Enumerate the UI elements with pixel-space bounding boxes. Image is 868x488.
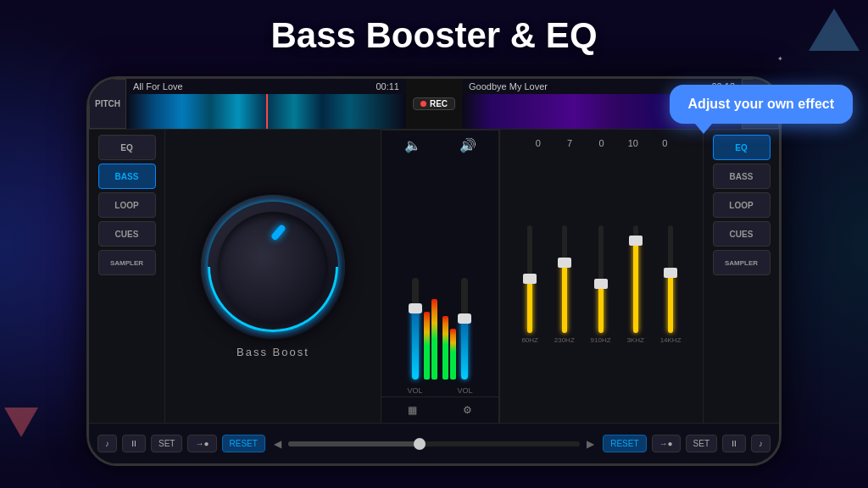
rec-indicator bbox=[420, 101, 426, 107]
callout-text: Adjust your own effect bbox=[688, 97, 834, 111]
music-right-button[interactable]: ♪ bbox=[751, 435, 771, 452]
right-eq-button[interactable]: EQ bbox=[713, 135, 771, 160]
rec-label: REC bbox=[430, 99, 448, 108]
pitch-left-button[interactable]: PITCH bbox=[89, 79, 126, 129]
eq-freq-2: 910HZ bbox=[591, 336, 611, 344]
eq-fill-3 bbox=[633, 241, 638, 333]
eq-thumb-0[interactable] bbox=[523, 274, 537, 284]
volume-section: 🔈 🔊 bbox=[381, 130, 499, 423]
left-waveform[interactable] bbox=[126, 94, 406, 129]
bass-knob-container bbox=[201, 195, 345, 339]
left-vol-slider-wrap bbox=[412, 278, 419, 380]
eq-freq-3: 3KHZ bbox=[626, 336, 643, 344]
left-track-section: All For Love 00:11 bbox=[126, 79, 406, 129]
transport-right: RESET →● SET ⏸ ♪ bbox=[603, 435, 771, 452]
reset-left-button[interactable]: RESET bbox=[222, 435, 265, 452]
settings-button[interactable]: ⚙ bbox=[456, 401, 479, 419]
eq-thumb-3[interactable] bbox=[629, 236, 643, 246]
eq-thumb-4[interactable] bbox=[664, 268, 677, 278]
right-cues-button[interactable]: CUES bbox=[713, 221, 771, 247]
reset-right-button[interactable]: RESET bbox=[603, 435, 646, 452]
arrow-right-button[interactable]: →● bbox=[652, 435, 681, 452]
transport-bar: ♪ ⏸ SET →● RESET ◀ ▶ RESET bbox=[89, 423, 779, 463]
progress-thumb[interactable] bbox=[414, 438, 426, 450]
right-vol-track[interactable] bbox=[461, 278, 468, 380]
left-cues-button[interactable]: CUES bbox=[98, 221, 156, 247]
pause-left-button[interactable]: ⏸ bbox=[122, 435, 146, 452]
vu-sliders-area bbox=[381, 160, 498, 385]
eq-fill-4 bbox=[668, 274, 673, 333]
eq-fill-0 bbox=[527, 280, 532, 334]
left-track-time: 00:11 bbox=[376, 81, 399, 92]
right-track-name: Goodbye My Lover bbox=[469, 81, 548, 92]
phone-frame: PITCH All For Love 00:11 REC bbox=[86, 76, 782, 466]
set-left-button[interactable]: SET bbox=[151, 435, 182, 452]
transport-left: ♪ ⏸ SET →● RESET bbox=[97, 435, 265, 452]
pause-right-icon: ⏸ bbox=[730, 439, 738, 448]
prev-button[interactable]: ◀ bbox=[274, 438, 281, 450]
right-vol-slider-wrap bbox=[461, 278, 468, 380]
left-loop-button[interactable]: LOOP bbox=[98, 192, 156, 218]
right-bass-button[interactable]: BASS bbox=[713, 164, 771, 189]
left-eq-button[interactable]: EQ bbox=[98, 135, 156, 160]
eq-slider-60hz: 60HZ bbox=[521, 225, 538, 344]
left-sampler-button[interactable]: SAMPLER bbox=[98, 250, 156, 275]
eq-freq-1: 230HZ bbox=[554, 336, 575, 344]
eq-slider-230hz: 230HZ bbox=[554, 225, 575, 344]
rec-section: REC bbox=[406, 79, 462, 129]
eq-slider-910hz: 910HZ bbox=[591, 225, 611, 344]
main-content: EQ BASS LOOP CUES SAMPLER Bass Boost bbox=[89, 130, 779, 423]
eq-fill-1 bbox=[562, 263, 567, 333]
bass-knob[interactable] bbox=[201, 195, 345, 339]
eq-values-row: 0 7 0 10 0 bbox=[505, 136, 698, 150]
eq-slider-14khz: 14KHZ bbox=[660, 225, 682, 344]
right-vol-thumb[interactable] bbox=[458, 313, 471, 324]
left-panel: EQ BASS LOOP CUES SAMPLER bbox=[89, 130, 165, 423]
right-panel: EQ BASS LOOP CUES SAMPLER bbox=[703, 130, 779, 423]
left-track-info: All For Love 00:11 bbox=[126, 79, 406, 94]
vol-up-right-button[interactable]: 🔊 bbox=[453, 134, 483, 157]
eq-val-2: 0 bbox=[586, 138, 616, 148]
next-button[interactable]: ▶ bbox=[587, 438, 594, 450]
eq-thumb-1[interactable] bbox=[558, 258, 571, 268]
right-sampler-button[interactable]: SAMPLER bbox=[713, 250, 771, 275]
left-track-name: All For Love bbox=[133, 81, 183, 92]
vu-bar-2 bbox=[431, 299, 437, 380]
eq-val-4: 0 bbox=[649, 138, 680, 148]
vu-meters-right bbox=[442, 278, 456, 380]
vol-left-label: VOL bbox=[407, 386, 422, 395]
eq-val-1: 7 bbox=[554, 138, 585, 148]
eq-panel: 0 7 0 10 0 60HZ bbox=[499, 130, 703, 423]
transport-center: ◀ ▶ bbox=[265, 438, 603, 450]
eq-slider-3khz: 3KHZ bbox=[626, 225, 643, 344]
left-vol-fill bbox=[412, 308, 419, 380]
eq-thumb-2[interactable] bbox=[594, 279, 608, 289]
rec-button[interactable]: REC bbox=[413, 97, 455, 110]
knob-marker bbox=[270, 224, 287, 241]
callout-bubble: Adjust your own effect bbox=[670, 85, 853, 124]
vu-bar-3 bbox=[442, 316, 448, 380]
vol-down-left-button[interactable]: 🔈 bbox=[398, 134, 428, 157]
music-left-button[interactable]: ♪ bbox=[97, 435, 117, 452]
progress-bar[interactable] bbox=[288, 441, 580, 446]
page-title: Bass Booster & EQ bbox=[0, 15, 868, 56]
triangle-decoration-2 bbox=[4, 408, 38, 437]
grid-button[interactable]: ▦ bbox=[401, 401, 424, 419]
right-loop-button[interactable]: LOOP bbox=[713, 192, 771, 218]
pause-left-icon: ⏸ bbox=[130, 439, 138, 448]
eq-sliders-area: 60HZ 230HZ bbox=[505, 153, 698, 416]
left-vol-thumb[interactable] bbox=[409, 303, 422, 313]
knob-inner bbox=[218, 212, 328, 322]
pause-right-button[interactable]: ⏸ bbox=[722, 435, 746, 452]
eq-val-3: 10 bbox=[618, 138, 648, 148]
right-vol-fill bbox=[461, 319, 468, 380]
left-bass-button[interactable]: BASS bbox=[98, 164, 156, 189]
vu-bar-4 bbox=[450, 329, 456, 380]
eq-freq-0: 60HZ bbox=[521, 336, 538, 344]
eq-fill-2 bbox=[598, 285, 604, 333]
left-vol-track[interactable] bbox=[412, 278, 419, 380]
arrow-left-button[interactable]: →● bbox=[187, 435, 216, 452]
eq-freq-4: 14KHZ bbox=[660, 336, 682, 344]
set-right-button[interactable]: SET bbox=[686, 435, 717, 452]
knob-label: Bass Boost bbox=[236, 346, 309, 358]
